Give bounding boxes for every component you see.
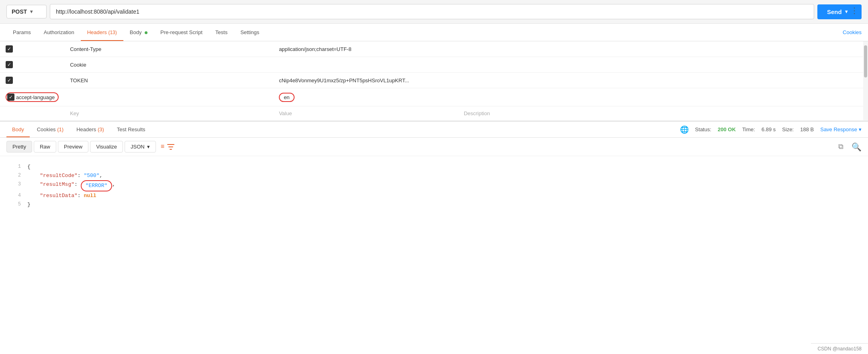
format-bar: Pretty Raw Preview Visualize JSON ▾ ≡ ⧉ … [0, 138, 868, 156]
json-line-4: 4 "resultData" : null [0, 191, 868, 200]
tab-headers[interactable]: Headers (13) [81, 24, 123, 41]
res-tab-headers[interactable]: Headers (3) [71, 122, 110, 137]
filter-svg [166, 143, 175, 151]
method-chevron-icon: ▾ [30, 9, 33, 14]
json-key-resultCode: "resultCode" [27, 171, 78, 180]
status-bar: 🌐 Status: 200 OK Time: 6.89 s Size: 188 … [680, 125, 862, 134]
res-tab-cookies[interactable]: Cookies (1) [31, 122, 69, 137]
filter-icon[interactable]: ≡ [161, 143, 175, 151]
header-key-2[interactable]: TOKEN [64, 73, 273, 88]
tab-settings[interactable]: Settings [234, 24, 266, 41]
json-colon-2: : [78, 171, 84, 180]
format-type-select[interactable]: JSON ▾ [125, 141, 156, 153]
line-num-2: 2 [6, 171, 21, 179]
status-value: 200 OK [718, 126, 736, 132]
json-line-5: 5 } [0, 200, 868, 209]
globe-icon: 🌐 [680, 125, 689, 134]
table-row: ✓ TOKEN cNip4e8Vonmey9U1mxz5/zp+PNT5psHS… [0, 73, 868, 88]
header-desc-3 [458, 88, 868, 106]
table-row: ✓ accept-language en [0, 88, 868, 106]
svg-rect-2 [170, 149, 172, 150]
bottom-bar: CSDN @nandao158 [811, 343, 868, 354]
response-tabs-bar: Body Cookies (1) Headers (3) Test Result… [0, 122, 868, 138]
header-key-placeholder[interactable]: Key [64, 106, 273, 121]
url-bar: POST ▾ Send ▾ ⋮ [0, 0, 868, 24]
line-num-3: 3 [6, 180, 21, 188]
more-options-icon[interactable]: ⋮ [850, 6, 858, 15]
format-preview-button[interactable]: Preview [58, 141, 88, 153]
json-comma-3: , [112, 180, 115, 189]
line-num-5: 5 [6, 200, 21, 208]
scrollbar-track[interactable] [863, 41, 868, 121]
svg-rect-0 [167, 144, 174, 145]
format-visualize-button[interactable]: Visualize [90, 141, 123, 153]
json-line-3: 3 "resultMsg" : "ERROR" , [0, 180, 868, 191]
send-label: Send [827, 8, 842, 15]
search-response-icon[interactable]: 🔍 [852, 142, 862, 152]
table-row-placeholder: Key Value Description [0, 106, 868, 121]
bottom-bar-label: CSDN @nandao158 [817, 346, 862, 352]
header-value-1[interactable] [273, 57, 458, 73]
request-tabs-bar: Params Authorization Headers (13) Body P… [0, 24, 868, 41]
res-tab-test-results[interactable]: Test Results [111, 122, 151, 137]
header-desc-placeholder: Description [458, 106, 868, 121]
tab-tests[interactable]: Tests [209, 24, 234, 41]
json-value-resultData: null [84, 191, 96, 200]
header-checkbox-2[interactable]: ✓ [6, 77, 13, 84]
time-value: 6.89 s [762, 126, 776, 132]
url-input[interactable] [50, 4, 814, 19]
header-key-1[interactable]: Cookie [64, 57, 273, 73]
tab-authorization[interactable]: Authorization [37, 24, 81, 41]
header-checkbox-1[interactable]: ✓ [6, 61, 13, 68]
save-response-chevron-icon: ▾ [859, 126, 862, 132]
size-value: 188 B [800, 126, 814, 132]
accept-language-value-circle: en [279, 93, 294, 102]
table-row: ✓ Content-Type application/json;charset=… [0, 41, 868, 57]
scrollbar-thumb[interactable] [864, 45, 867, 77]
body-dot [145, 31, 147, 34]
send-chevron-icon: ▾ [845, 9, 848, 14]
method-label: POST [12, 8, 27, 15]
save-response-button[interactable]: Save Response ▾ [820, 126, 862, 132]
status-label: Status: [695, 126, 711, 132]
method-select[interactable]: POST ▾ [6, 5, 47, 18]
error-value-circle: "ERROR" [81, 180, 113, 191]
tab-body[interactable]: Body [123, 24, 154, 41]
header-checkbox-0[interactable]: ✓ [6, 45, 13, 53]
header-value-3-cell[interactable]: en [273, 88, 458, 106]
header-key-3-spacer [64, 88, 273, 106]
json-key-resultData: "resultData" [27, 191, 78, 200]
res-tab-body[interactable]: Body [6, 122, 30, 137]
accept-language-row-circle: ✓ accept-language [6, 92, 59, 102]
headers-table: ✓ Content-Type application/json;charset=… [0, 41, 868, 121]
svg-rect-1 [168, 146, 173, 147]
cookies-link[interactable]: Cookies [843, 29, 862, 35]
header-value-2[interactable]: cNip4e8Vonmey9U1mxz5/zp+PNT5psHSroVL1upK… [273, 73, 458, 88]
tab-params[interactable]: Params [6, 24, 37, 41]
json-line-1: 1 { [0, 163, 868, 171]
json-value-resultCode: "500" [84, 171, 99, 180]
json-viewer: 1 { 2 "resultCode" : "500", 3 "resultMsg… [0, 156, 868, 216]
tab-pre-request-script[interactable]: Pre-request Script [154, 24, 209, 41]
header-key-0[interactable]: Content-Type [64, 41, 273, 57]
response-section: Body Cookies (1) Headers (3) Test Result… [0, 121, 868, 216]
header-value-placeholder[interactable]: Value [273, 106, 458, 121]
format-pretty-button[interactable]: Pretty [6, 141, 32, 153]
json-comma-2: , [99, 171, 102, 180]
header-desc-0 [458, 41, 868, 57]
json-value-resultMsg: "ERROR" [86, 183, 108, 189]
format-select-chevron-icon: ▾ [147, 144, 150, 150]
line-num-4: 4 [6, 191, 21, 199]
header-checkbox-3[interactable]: ✓ [7, 94, 14, 101]
json-brace-close: } [27, 200, 31, 209]
size-label: Size: [782, 126, 794, 132]
line-num-1: 1 [6, 163, 21, 171]
json-line-2: 2 "resultCode" : "500", [0, 171, 868, 180]
header-value-0[interactable]: application/json;charset=UTF-8 [273, 41, 458, 57]
table-row: ✓ Cookie [0, 57, 868, 73]
header-key-3[interactable]: accept-language [16, 94, 56, 100]
json-brace-open: { [27, 163, 31, 171]
copy-icon[interactable]: ⧉ [838, 142, 843, 151]
header-desc-2 [458, 73, 868, 88]
format-raw-button[interactable]: Raw [34, 141, 56, 153]
